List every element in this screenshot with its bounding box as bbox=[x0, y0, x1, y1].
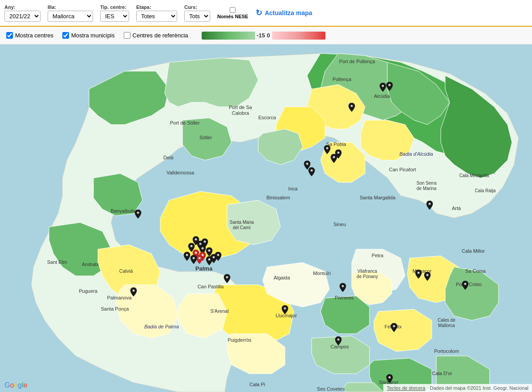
svg-text:Port de Sóller: Port de Sóller bbox=[170, 120, 200, 125]
map-marker[interactable] bbox=[303, 161, 311, 171]
illa-label: Illa: bbox=[48, 4, 56, 10]
svg-point-104 bbox=[195, 238, 197, 241]
svg-text:Pollença: Pollença bbox=[333, 77, 352, 82]
svg-text:Porreres: Porreres bbox=[335, 295, 354, 300]
tip-select[interactable]: IESCEIPCCCEE bbox=[100, 11, 129, 22]
svg-point-100 bbox=[337, 152, 340, 154]
scale-min: -15 bbox=[257, 32, 265, 39]
scale-green bbox=[202, 32, 255, 40]
illa-select[interactable]: MallorcaMenorcaEivissaFormentera bbox=[48, 11, 93, 22]
svg-text:Can Picafort: Can Picafort bbox=[389, 167, 416, 172]
curs-select[interactable]: Tots1r2n3r4t bbox=[184, 11, 210, 22]
svg-text:Badia d'Alcúdia: Badia d'Alcúdia bbox=[399, 151, 433, 157]
mostra-centres-group: Mostra centres bbox=[6, 32, 53, 39]
svg-text:Port de Pollença: Port de Pollença bbox=[339, 59, 376, 64]
centres-referencia-group: Centres de referència bbox=[124, 32, 188, 39]
svg-text:Alcúdia: Alcúdia bbox=[374, 93, 390, 99]
svg-text:Port de Sa: Port de Sa bbox=[229, 105, 252, 110]
map-marker[interactable] bbox=[223, 274, 231, 285]
keyboard-shortcuts-link[interactable]: Tecles de drecera bbox=[387, 385, 426, 391]
svg-text:Escorca: Escorca bbox=[258, 115, 276, 120]
map-marker[interactable] bbox=[281, 305, 289, 316]
map-marker[interactable] bbox=[390, 323, 398, 334]
svg-text:de Marina: de Marina bbox=[417, 186, 437, 191]
legend-bar: Mostra centres Mostra municipis Centres … bbox=[0, 27, 532, 44]
svg-text:Mallorca: Mallorca bbox=[438, 323, 455, 328]
map-marker[interactable] bbox=[334, 336, 342, 347]
mostra-municipis-checkbox[interactable] bbox=[62, 32, 69, 39]
svg-text:Badia de Palma: Badia de Palma bbox=[144, 324, 179, 329]
map-container[interactable]: Port de Pollença Pollença Alcúdia Port d… bbox=[0, 44, 532, 392]
svg-point-93 bbox=[351, 105, 353, 107]
svg-text:Cales de: Cales de bbox=[438, 318, 455, 323]
refresh-button[interactable]: ↻ Actualitza mapa bbox=[256, 8, 313, 18]
map-marker[interactable] bbox=[414, 270, 422, 280]
svg-point-103 bbox=[133, 290, 135, 292]
bottom-bar: Tecles de drecera Dades del mapa ©2021 I… bbox=[383, 384, 532, 392]
map-marker[interactable] bbox=[386, 82, 394, 93]
nese-label: Només NESE bbox=[217, 14, 248, 19]
svg-point-108 bbox=[191, 245, 193, 247]
svg-point-123 bbox=[464, 283, 467, 285]
svg-text:Andratx: Andratx bbox=[82, 262, 99, 267]
svg-text:del Camí: del Camí bbox=[233, 225, 251, 230]
mostra-centres-checkbox[interactable] bbox=[6, 32, 13, 39]
map-svg: Port de Pollença Pollença Alcúdia Port d… bbox=[0, 44, 532, 392]
svg-text:Montuïri: Montuïri bbox=[313, 271, 331, 276]
svg-text:S'Arenal: S'Arenal bbox=[210, 308, 228, 314]
map-marker[interactable] bbox=[386, 374, 394, 385]
svg-text:Binissalem: Binissalem bbox=[266, 195, 290, 200]
svg-text:Cala D'or: Cala D'or bbox=[432, 371, 452, 376]
any-select[interactable]: 2021/222020/212019/202018/19 bbox=[4, 11, 41, 22]
map-marker[interactable] bbox=[334, 150, 342, 160]
mostra-municipis-group: Mostra municipis bbox=[62, 32, 115, 39]
mostra-municipis-label: Mostra municipis bbox=[71, 32, 115, 39]
toolbar: Any: 2021/222020/212019/202018/19 Illa: … bbox=[0, 0, 532, 27]
svg-marker-3 bbox=[165, 58, 258, 107]
svg-text:Santa Ponça: Santa Ponça bbox=[101, 306, 130, 311]
nese-group: Només NESE bbox=[217, 7, 248, 19]
map-marker[interactable] bbox=[130, 287, 138, 298]
map-marker[interactable] bbox=[214, 252, 222, 263]
svg-point-95 bbox=[389, 84, 391, 86]
map-marker[interactable] bbox=[348, 103, 356, 113]
svg-point-106 bbox=[204, 241, 206, 243]
svg-text:Palmanova: Palmanova bbox=[107, 295, 132, 300]
svg-point-110 bbox=[195, 252, 197, 254]
svg-point-125 bbox=[337, 339, 340, 341]
svg-text:Vilafranca: Vilafranca bbox=[357, 269, 378, 274]
svg-text:Son Serra: Son Serra bbox=[416, 181, 436, 186]
svg-point-126 bbox=[389, 376, 391, 379]
svg-point-118 bbox=[226, 276, 228, 279]
centres-referencia-checkbox[interactable] bbox=[124, 32, 130, 39]
map-marker[interactable] bbox=[461, 281, 469, 291]
svg-text:Sóller: Sóller bbox=[199, 135, 212, 140]
etapa-label: Etapa: bbox=[136, 4, 151, 10]
etapa-filter: Etapa: TotesESOBatxilleratFP bbox=[136, 4, 177, 22]
map-data-credit: Dades del mapa ©2021 Inst. Geogr. Nacion… bbox=[430, 385, 528, 391]
svg-point-119 bbox=[284, 307, 286, 310]
svg-point-124 bbox=[393, 325, 395, 327]
svg-text:Santa Margalida: Santa Margalida bbox=[360, 195, 396, 200]
svg-text:Artà: Artà bbox=[452, 206, 461, 211]
svg-point-94 bbox=[382, 85, 384, 87]
svg-text:Sant Elm: Sant Elm bbox=[47, 259, 67, 265]
svg-point-112 bbox=[199, 257, 201, 259]
any-filter: Any: 2021/222020/212019/202018/19 bbox=[4, 4, 41, 22]
map-marker[interactable] bbox=[183, 252, 191, 263]
svg-text:Algaida: Algaida bbox=[274, 275, 291, 280]
map-marker[interactable] bbox=[426, 201, 434, 211]
map-marker[interactable] bbox=[134, 210, 142, 220]
tip-filter: Tip. centre: IESCEIPCCCEE bbox=[100, 4, 129, 22]
google-logo: Google bbox=[4, 381, 28, 389]
mostra-centres-label: Mostra centres bbox=[15, 32, 53, 39]
svg-point-114 bbox=[186, 254, 188, 256]
svg-point-102 bbox=[429, 203, 431, 205]
nese-checkbox[interactable] bbox=[230, 7, 236, 13]
svg-point-107 bbox=[202, 247, 204, 250]
svg-text:Portocolom: Portocolom bbox=[434, 348, 459, 354]
map-marker[interactable] bbox=[423, 272, 431, 283]
etapa-select[interactable]: TotesESOBatxilleratFP bbox=[136, 11, 177, 22]
svg-text:Banyalbufar: Banyalbufar bbox=[111, 208, 137, 214]
map-marker[interactable] bbox=[339, 283, 347, 294]
